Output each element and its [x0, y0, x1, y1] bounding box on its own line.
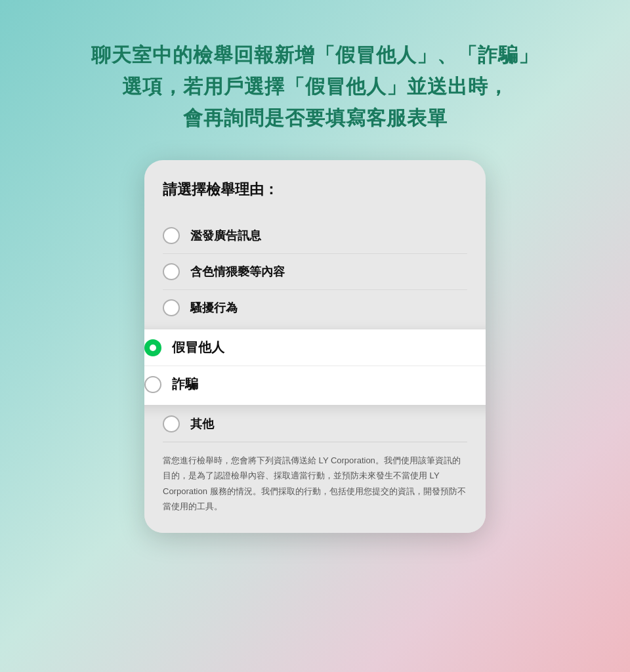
option-adult[interactable]: 含色情猥褻等內容 — [163, 254, 467, 290]
option-fraud[interactable]: 詐騙 — [144, 366, 486, 405]
phone-inner: 請選擇檢舉理由： 濫發廣告訊息 含色情猥褻等內容 騷擾行為 — [144, 160, 486, 329]
option-label-spam: 濫發廣告訊息 — [190, 228, 261, 243]
option-harass[interactable]: 騷擾行為 — [163, 290, 467, 329]
radio-spam[interactable] — [163, 227, 180, 244]
option-label-adult: 含色情猥褻等內容 — [190, 264, 285, 280]
option-spam[interactable]: 濫發廣告訊息 — [163, 218, 467, 254]
option-label-fraud: 詐騙 — [172, 375, 198, 393]
headline-line3: 會再詢問是否要填寫客服表單 — [183, 107, 448, 129]
option-label-harass: 騷擾行為 — [190, 300, 238, 316]
headline-line1: 聊天室中的檢舉回報新增「假冒他人」、「詐騙」 — [91, 44, 539, 66]
phone-mockup: 請選擇檢舉理由： 濫發廣告訊息 含色情猥褻等內容 騷擾行為 假冒他人 — [144, 160, 486, 533]
section-title: 請選擇檢舉理由： — [163, 180, 467, 200]
disclaimer-text: 當您進行檢舉時，您會將下列資訊傳送給 LY Corporation。我們使用該筆… — [163, 442, 467, 514]
elevated-panel: 假冒他人 詐騙 — [144, 329, 486, 405]
phone-bottom: 其他 當您進行檢舉時，您會將下列資訊傳送給 LY Corporation。我們使… — [144, 405, 486, 533]
headline-line2: 選項，若用戶選擇「假冒他人」並送出時， — [122, 75, 509, 97]
radio-fraud[interactable] — [144, 376, 161, 393]
option-label-other: 其他 — [190, 416, 214, 432]
option-impersonate[interactable]: 假冒他人 — [144, 329, 486, 366]
radio-impersonate[interactable] — [144, 339, 161, 356]
radio-harass[interactable] — [163, 299, 180, 316]
page-background: 聊天室中的檢舉回報新增「假冒他人」、「詐騙」 選項，若用戶選擇「假冒他人」並送出… — [0, 0, 630, 672]
radio-adult[interactable] — [163, 263, 180, 280]
option-label-impersonate: 假冒他人 — [172, 339, 224, 356]
headline-text: 聊天室中的檢舉回報新增「假冒他人」、「詐騙」 選項，若用戶選擇「假冒他人」並送出… — [91, 39, 539, 134]
option-other[interactable]: 其他 — [163, 405, 467, 442]
radio-other[interactable] — [163, 415, 180, 432]
